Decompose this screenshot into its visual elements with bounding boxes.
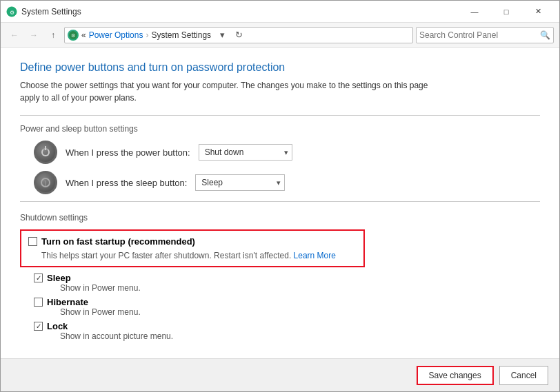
shutdown-section: Shutdown settings Turn on fast startup (… [20, 213, 540, 341]
sleep-label: Sleep [47, 273, 141, 283]
forward-button[interactable]: → [26, 27, 42, 43]
sleep-sub: Show in Power menu. [60, 283, 141, 293]
maximize-button[interactable]: □ [490, 1, 522, 23]
search-box: 🔍 [416, 27, 554, 43]
fast-startup-box: Turn on fast startup (recommended) This … [20, 229, 365, 267]
fast-startup-label: Turn on fast startup (recommended) [41, 236, 195, 247]
sleep-label-group: Sleep Show in Power menu. [47, 273, 141, 293]
breadcrumb-icon: ⚙ [68, 30, 79, 41]
breadcrumb-dropdown-button[interactable]: ▾ [215, 28, 229, 42]
lock-row: ✓ Lock Show in account picture menu. [34, 321, 540, 341]
sleep-checkbox[interactable]: ✓ [34, 274, 43, 282]
breadcrumb-current: System Settings [151, 30, 211, 40]
footer: Save changes Cancel [1, 358, 559, 391]
power-button-label: When I press the power button: [66, 147, 190, 158]
minimize-button[interactable]: — [459, 1, 490, 23]
search-icon: 🔍 [540, 30, 550, 40]
nav-bar: ← → ↑ ⚙ « Power Options › System Setting… [1, 23, 559, 48]
breadcrumb: ⚙ « Power Options › System Settings ▾ ↻ [64, 27, 413, 43]
svg-text:): ) [45, 180, 47, 187]
back-button[interactable]: ← [6, 27, 23, 43]
up-button[interactable]: ↑ [45, 27, 61, 43]
breadcrumb-separator: « [81, 30, 86, 40]
sleep-icon: ) [34, 171, 57, 194]
divider-top [20, 115, 540, 116]
lock-label: Lock [47, 321, 173, 331]
power-sleep-header: Power and sleep button settings [20, 124, 540, 134]
sleep-button-row: ) When I press the sleep button: Sleep S… [34, 171, 540, 194]
svg-text:⚙: ⚙ [10, 9, 14, 15]
hibernate-label: Hibernate [47, 297, 141, 307]
page-title: Define power buttons and turn on passwor… [20, 61, 540, 74]
lock-sub: Show in account picture menu. [60, 331, 173, 341]
system-settings-window: ⚙ System Settings — □ ✕ ← → ↑ ⚙ « Power … [0, 0, 560, 392]
sleep-row: ✓ Sleep Show in Power menu. [34, 273, 540, 293]
lock-checkbox[interactable]: ✓ [34, 322, 43, 331]
fast-startup-sub: This helps start your PC faster after sh… [41, 251, 357, 260]
shutdown-header: Shutdown settings [20, 213, 540, 223]
fast-startup-checkbox[interactable] [28, 237, 37, 246]
window-icon: ⚙ [6, 6, 17, 17]
hibernate-row: Hibernate Show in Power menu. [34, 297, 540, 317]
power-icon [34, 141, 57, 164]
sleep-button-dropdown[interactable]: Sleep Shut down Hibernate Do nothing [195, 174, 285, 191]
window-controls: — □ ✕ [459, 1, 554, 23]
close-button[interactable]: ✕ [522, 1, 554, 23]
fast-startup-row: Turn on fast startup (recommended) [28, 236, 357, 247]
svg-text:⚙: ⚙ [71, 33, 75, 38]
fast-startup-sub-text: This helps start your PC faster after sh… [41, 251, 291, 260]
hibernate-label-group: Hibernate Show in Power menu. [47, 297, 141, 317]
power-button-dropdown[interactable]: Shut down Sleep Hibernate Do nothing Tur… [199, 144, 292, 161]
hibernate-checkbox[interactable] [34, 298, 43, 307]
sleep-button-label: When I press the sleep button: [66, 178, 187, 188]
title-bar: ⚙ System Settings — □ ✕ [1, 1, 559, 23]
lock-label-group: Lock Show in account picture menu. [47, 321, 173, 341]
power-button-row: When I press the power button: Shut down… [34, 141, 540, 164]
sleep-button-dropdown-wrapper: Sleep Shut down Hibernate Do nothing [195, 174, 285, 191]
save-changes-button[interactable]: Save changes [417, 366, 494, 385]
divider-middle [20, 201, 540, 202]
hibernate-sub: Show in Power menu. [60, 307, 141, 317]
content-area: Define power buttons and turn on passwor… [1, 48, 559, 358]
refresh-button[interactable]: ↻ [232, 28, 246, 42]
search-input[interactable] [419, 30, 540, 40]
power-icon-inner [41, 148, 50, 156]
breadcrumb-power-options[interactable]: Power Options [89, 30, 143, 40]
breadcrumb-arrow: › [146, 30, 148, 40]
window-title: System Settings [21, 7, 459, 17]
cancel-button[interactable]: Cancel [499, 366, 548, 385]
learn-more-link[interactable]: Learn More [294, 251, 336, 260]
power-button-dropdown-wrapper: Shut down Sleep Hibernate Do nothing Tur… [199, 144, 292, 161]
page-description: Choose the power settings that you want … [20, 79, 434, 104]
